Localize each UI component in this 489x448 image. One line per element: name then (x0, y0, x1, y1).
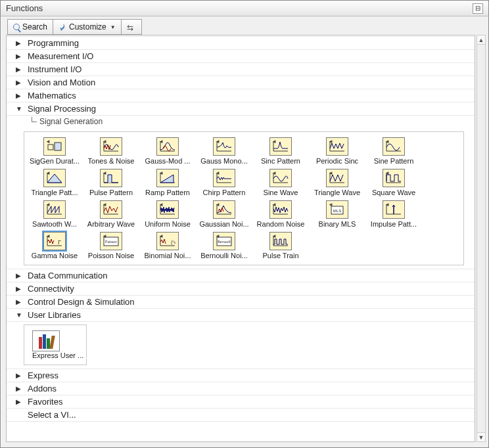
vi-icon (156, 169, 179, 187)
window-title: Functions (6, 3, 43, 13)
svg-rect-1 (55, 143, 61, 150)
palette-item-sinewave[interactable]: Sine Wave (253, 168, 308, 198)
tree-label: Mathematics (28, 91, 76, 101)
tree-item-instrument-io[interactable]: ▶ Instrument I/O (7, 62, 475, 76)
user-libraries-palette: Express User ... (24, 325, 87, 365)
palette-item-square[interactable]: Square Wave (366, 168, 421, 198)
palette-item-pulsepat[interactable]: Pulse Pattern (83, 168, 139, 198)
wrench-icon (58, 23, 66, 31)
tree-item-express[interactable]: ▶ Express (7, 369, 475, 382)
vi-icon: (ⁿₖ) (156, 232, 179, 250)
scroll-up-icon[interactable]: ▲ (477, 35, 485, 45)
palette-item-label: Sine Pattern (374, 157, 414, 165)
palette-item-gamma[interactable]: ΓGamma Noise (27, 231, 82, 261)
palette-item-express-user[interactable]: Express User ... (31, 329, 80, 361)
tree-item-data-communication[interactable]: ▶ Data Communication (7, 269, 475, 282)
palette-item-label: Pulse Pattern (89, 189, 133, 196)
tree-subpath-signal-generation[interactable]: Signal Generation (7, 116, 475, 129)
palette-item-label: Gauss Mono... (200, 157, 248, 165)
vi-icon: Γ (43, 232, 66, 250)
palette-item-mls[interactable]: MLSBinary MLS (310, 199, 365, 229)
vi-icon (156, 137, 179, 156)
svg-text:MLS: MLS (333, 209, 341, 213)
palette-item-gaussmono[interactable]: Gauss Mono... (197, 136, 252, 166)
tree-item-connectivity[interactable]: ▶ Connectivity (7, 282, 475, 296)
palette-item-gaussmod[interactable]: Gauss-Mod ... (140, 136, 195, 166)
palette-item-label: Binary MLS (319, 220, 356, 228)
expand-icon: ▶ (16, 66, 22, 73)
palette-item-label: Periodic Sinc (316, 157, 358, 165)
tree-item-measurement-io[interactable]: ▶ Measurement I/O (7, 49, 475, 63)
tree-item-signal-processing[interactable]: ▼ Signal Processing (7, 102, 475, 116)
vi-icon (269, 137, 292, 156)
tree-item-favorites[interactable]: ▶ Favorites (7, 395, 475, 409)
palette-item-binom[interactable]: (ⁿₖ)Binomial Noi... (140, 231, 195, 261)
palette-item-bern[interactable]: BernoulliBernoulli Noi... (197, 231, 252, 261)
tree-item-addons[interactable]: ▶ Addons (7, 382, 475, 395)
palette-item-label: Arbitrary Wave (87, 220, 135, 228)
palette-item-gnoise[interactable]: Gaussian Noi... (197, 199, 252, 229)
tree-label: Control Design & Simulation (28, 297, 135, 307)
tree-item-mathematics[interactable]: ▶ Mathematics (7, 89, 475, 102)
palette-item-label: Triangle Patt... (31, 189, 78, 196)
expand-icon: ▶ (16, 385, 22, 392)
vi-icon (100, 200, 122, 219)
palette-item-poisson[interactable]: PoissonPoisson Noise (83, 231, 139, 261)
vi-icon (383, 200, 405, 219)
vi-icon (213, 137, 235, 156)
palette-item-sinepat[interactable]: Sine Pattern (366, 136, 421, 166)
swap-view-icon (127, 23, 136, 31)
palette-item-unoise[interactable]: Uniform Noise (140, 199, 195, 229)
palette-item-label: Binomial Noi... (145, 252, 191, 259)
palette-item-tripat[interactable]: Triangle Patt... (27, 168, 82, 198)
tree-item-programming[interactable]: ▶ Programming (7, 36, 475, 50)
pin-button[interactable]: ⊟ (473, 3, 483, 14)
palette-item-saw[interactable]: Sawtooth W... (27, 199, 82, 229)
tree-label: Measurement I/O (28, 51, 93, 61)
palette-item-ramp[interactable]: Ramp Pattern (140, 168, 195, 198)
tree-label: Addons (28, 384, 57, 393)
vertical-scrollbar[interactable]: ▲ ▼ (477, 35, 486, 442)
palette-item-label: Random Noise (257, 220, 305, 228)
expand-icon: ▶ (16, 285, 22, 292)
palette-item-siggen[interactable]: SigGen Durat... (27, 136, 82, 166)
tree-label: Favorites (28, 397, 62, 407)
palette-item-triwave[interactable]: Triangle Wave (310, 168, 365, 198)
palette-item-rnoise[interactable]: Random Noise (253, 199, 308, 229)
vi-icon (156, 200, 179, 219)
svg-text:(ⁿₖ): (ⁿₖ) (171, 240, 176, 245)
tree-item-control-design-sim[interactable]: ▶ Control Design & Simulation (7, 295, 475, 309)
toolbar: Search Customize ▼ (5, 19, 484, 35)
change-view-button[interactable] (122, 19, 142, 35)
palette-item-tones[interactable]: Tones & Noise (83, 136, 139, 166)
palette-item-ptrain[interactable]: Pulse Train (253, 231, 308, 261)
vi-icon (326, 137, 348, 156)
titlebar: Functions ⊟ (1, 1, 488, 16)
scroll-down-icon[interactable]: ▼ (477, 432, 485, 441)
palette-item-label: Chirp Pattern (203, 189, 246, 196)
branch-icon (32, 117, 37, 122)
palette-item-sinc[interactable]: Sinc Pattern (253, 136, 308, 166)
search-button[interactable]: Search (7, 19, 53, 35)
palette-item-label: Sawtooth W... (32, 220, 77, 228)
palette-item-impulse[interactable]: Impulse Patt... (366, 199, 421, 229)
chevron-down-icon: ▼ (110, 24, 116, 30)
tree-label: Connectivity (28, 284, 74, 294)
tree-item-select-vi[interactable]: Select a VI... (7, 408, 475, 422)
expand-icon: ▶ (16, 372, 22, 379)
tree-item-user-libraries[interactable]: ▼ User Libraries (7, 308, 475, 322)
vi-icon (100, 169, 122, 187)
vi-icon (269, 232, 292, 250)
palette-item-label: Square Wave (372, 189, 415, 196)
category-tree: ▶ Programming ▶ Measurement I/O ▶ Instru… (7, 35, 475, 423)
palette-item-label: Poisson Noise (88, 252, 134, 259)
vi-icon: MLS (326, 200, 348, 219)
customize-button[interactable]: Customize ▼ (53, 19, 122, 35)
palette-item-chirp[interactable]: Chirp Pattern (197, 168, 252, 198)
palette-item-psinc[interactable]: Periodic Sinc (310, 136, 365, 166)
palette-item-arb[interactable]: Arbitrary Wave (83, 199, 139, 229)
palette-item-label: Tones & Noise (88, 157, 135, 165)
tree-item-vision-motion[interactable]: ▶ Vision and Motion (7, 76, 475, 89)
vi-icon (326, 169, 348, 187)
svg-text:Γ: Γ (58, 239, 61, 246)
